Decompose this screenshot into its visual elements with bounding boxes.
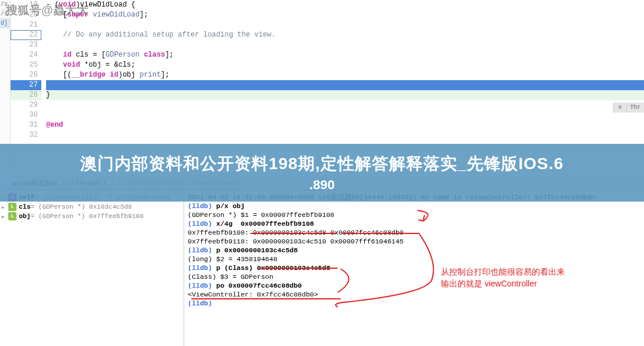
line-number[interactable]: 23 xyxy=(11,40,41,50)
console-line: <ViewController: 0x7fcc46c08db0> xyxy=(188,290,640,299)
line-gutter: 1920212223242526272829303132 xyxy=(11,0,46,140)
line-number[interactable]: 24 xyxy=(11,50,41,60)
code-line[interactable]: id cls = [GDPerson class]; xyxy=(46,50,644,60)
left-tab-active[interactable]: d] xyxy=(0,19,10,28)
disclosure-icon[interactable]: ▸ xyxy=(1,213,8,220)
console-line: (lldb) p 0x0000000103c4c5d8 xyxy=(188,246,640,255)
line-number[interactable]: 31 xyxy=(11,120,41,130)
line-number[interactable]: 21 xyxy=(11,20,41,30)
thread-button[interactable]: Thr xyxy=(626,103,644,113)
console-line: (GDPerson *) $1 = 0x00007ffeebfb9108 xyxy=(188,210,640,219)
code-line[interactable] xyxy=(46,130,644,140)
line-number[interactable]: 22 xyxy=(11,30,41,40)
code-lines[interactable]: - (void)viewDidLoad { [super viewDidLoad… xyxy=(46,0,644,140)
var-value: = (GDPerson *) 0x7ffeebfb9108 xyxy=(31,213,143,220)
variable-row[interactable]: ▸Lcls = (GDPerson *) 0x103c4c5d8 xyxy=(1,202,182,212)
variables-pane[interactable]: ▸Aself = (ViewController *) 0x7fcc46c08d… xyxy=(0,190,184,346)
minimap-toggle[interactable]: ≡ xyxy=(613,103,626,113)
console-line: (lldb) p/x obj xyxy=(188,202,640,210)
line-number[interactable]: 27 xyxy=(11,80,41,90)
annotation-text: 从控制台打印也能很容易的看出来 输出的就是 viewController xyxy=(441,266,565,289)
console-line: (lldb) po 0x00007fcc46c08db0 xyxy=(188,281,640,290)
code-line[interactable] xyxy=(46,40,644,50)
var-type-icon: L xyxy=(8,203,17,211)
console-line: (lldb) x/4g 0x00007ffeebfb9108 xyxy=(188,219,640,228)
code-line[interactable]: @end xyxy=(46,120,644,130)
line-number[interactable]: 29 xyxy=(11,100,41,110)
code-line[interactable]: // Do any additional setup after loading… xyxy=(46,30,644,40)
variable-row[interactable]: ▸Lobj = (GDPerson *) 0x7ffeebfb9108 xyxy=(1,212,182,221)
var-name: obj xyxy=(19,213,31,220)
code-line[interactable] xyxy=(46,100,644,110)
code-line[interactable]: - (void)viewDidLoad { xyxy=(46,0,644,10)
console-pane[interactable]: 从控制台打印也能很容易的看出来 输出的就是 viewController 202… xyxy=(184,190,644,346)
debug-area: ▸Aself = (ViewController *) 0x7fcc46c08d… xyxy=(0,190,644,346)
console-line: (long) $2 = 4358194648 xyxy=(188,255,640,263)
var-type-icon: L xyxy=(8,212,17,220)
code-line[interactable]: } xyxy=(46,90,644,100)
code-line[interactable]: void *obj = &cls; xyxy=(46,60,644,70)
console-line: (lldb) xyxy=(188,299,640,308)
code-line[interactable]: [super viewDidLoad]; xyxy=(46,10,644,20)
line-number[interactable]: 28 xyxy=(11,90,41,100)
banner-title: 澳门内部资料和公开资料198期,定性解答解释落实_先锋版IOS.6 xyxy=(80,153,564,175)
var-value: = (GDPerson *) 0x103c4c5d8 xyxy=(31,203,132,210)
line-number[interactable]: 30 xyxy=(11,110,41,120)
console-line: 0x7ffeebfb9108: 0x0000000103c4c5d8 0x000… xyxy=(188,228,640,237)
console-line: (Class) $3 = GDPerson xyxy=(188,272,640,281)
watermark: 搜狐号@蟲大大 xyxy=(6,2,89,18)
overlay-banner: 澳门内部资料和公开资料198期,定性解答解释落实_先锋版IOS.6 .890 xyxy=(0,144,644,202)
console-line: 0x7ffeebfb9118: 0x0000000103c4c510 0x000… xyxy=(188,237,640,246)
code-line[interactable] xyxy=(46,20,644,30)
line-number[interactable]: 32 xyxy=(11,130,41,140)
code-line[interactable] xyxy=(46,80,644,90)
console-line: (lldb) p (Class) 0x0000000103c4c5d8 xyxy=(188,263,640,272)
disclosure-icon[interactable]: ▸ xyxy=(1,203,8,211)
banner-sub: .890 xyxy=(309,177,335,193)
line-number[interactable]: 25 xyxy=(11,60,41,70)
code-line[interactable] xyxy=(46,110,644,120)
line-number[interactable]: 26 xyxy=(11,70,41,80)
var-name: cls xyxy=(19,203,31,210)
code-line[interactable]: [(__bridge id)obj print]; xyxy=(46,70,644,80)
